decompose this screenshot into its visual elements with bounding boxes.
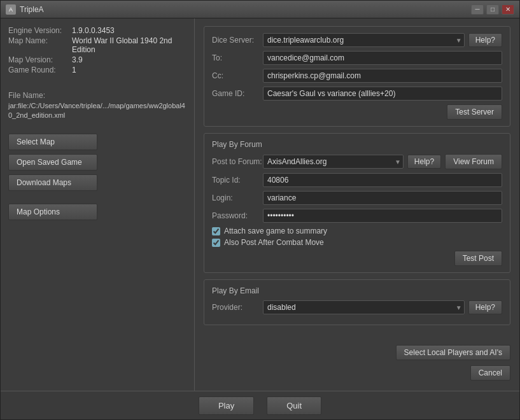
test-server-button[interactable]: Test Server bbox=[447, 104, 502, 120]
cc-label: Cc: bbox=[212, 71, 263, 80]
also-post-checkbox-row: Also Post After Combat Move bbox=[212, 238, 502, 247]
test-post-button[interactable]: Test Post bbox=[454, 251, 502, 266]
play-by-email-title: Play By Email bbox=[212, 286, 502, 295]
password-label: Password: bbox=[212, 211, 263, 220]
engine-version-value: 1.9.0.0.3453 bbox=[72, 26, 115, 35]
dice-server-row: Dice Server: dice.tripleawarclub.org ▼ H… bbox=[212, 33, 502, 47]
to-input[interactable] bbox=[263, 51, 502, 65]
footer: Play Quit bbox=[1, 391, 519, 419]
select-map-button[interactable]: Select Map bbox=[8, 134, 97, 150]
dice-server-label: Dice Server: bbox=[212, 36, 263, 45]
maximize-button[interactable]: □ bbox=[486, 4, 499, 15]
info-section: Engine Version: 1.9.0.0.3453 Map Name: W… bbox=[8, 26, 186, 76]
provider-select-container: disabled ▼ bbox=[263, 300, 465, 314]
provider-help-button[interactable]: Help? bbox=[468, 300, 502, 314]
post-to-forum-help-button[interactable]: Help? bbox=[407, 155, 441, 169]
provider-select-wrapper: disabled ▼ Help? bbox=[263, 300, 502, 314]
password-input[interactable] bbox=[263, 209, 502, 223]
provider-label: Provider: bbox=[212, 303, 263, 312]
view-forum-button[interactable]: View Forum bbox=[445, 154, 502, 169]
bottom-area: Select Local Players and AI's Cancel bbox=[204, 332, 510, 383]
quit-button[interactable]: Quit bbox=[267, 396, 321, 415]
map-options-button[interactable]: Map Options bbox=[8, 204, 97, 220]
attach-checkbox[interactable] bbox=[212, 227, 220, 235]
dice-server-help-button[interactable]: Help? bbox=[468, 33, 502, 47]
dice-server-select[interactable]: dice.tripleawarclub.org bbox=[263, 33, 465, 47]
dice-server-section: Dice Server: dice.tripleawarclub.org ▼ H… bbox=[204, 26, 510, 127]
topic-id-input[interactable] bbox=[263, 173, 502, 187]
attach-checkbox-row: Attach save game to summary bbox=[212, 227, 502, 235]
topic-id-label: Topic Id: bbox=[212, 176, 263, 185]
cancel-row: Cancel bbox=[204, 365, 510, 381]
game-round-value: 1 bbox=[72, 66, 76, 74]
engine-version-label: Engine Version: bbox=[8, 26, 72, 35]
provider-row: Provider: disabled ▼ Help? bbox=[212, 300, 502, 314]
provider-select[interactable]: disabled bbox=[263, 300, 465, 314]
title-bar: A TripleA ─ □ ✕ bbox=[1, 1, 519, 18]
game-id-input[interactable] bbox=[263, 87, 502, 101]
to-label: To: bbox=[212, 53, 263, 62]
map-version-value: 3.9 bbox=[72, 55, 83, 64]
engine-version-row: Engine Version: 1.9.0.0.3453 bbox=[8, 26, 186, 35]
right-panel: Dice Server: dice.tripleawarclub.org ▼ H… bbox=[195, 18, 519, 391]
app-icon: A bbox=[6, 4, 16, 15]
play-by-forum-title: Play By Forum bbox=[212, 140, 502, 149]
minimize-button[interactable]: ─ bbox=[471, 4, 484, 15]
window-title: TripleA bbox=[20, 5, 471, 14]
game-round-row: Game Round: 1 bbox=[8, 66, 186, 74]
topic-id-row: Topic Id: bbox=[212, 173, 502, 187]
main-window: A TripleA ─ □ ✕ Engine Version: 1.9.0.0.… bbox=[0, 0, 520, 420]
download-maps-button[interactable]: Download Maps bbox=[8, 174, 97, 191]
play-by-email-section: Play By Email Provider: disabled ▼ Help? bbox=[204, 279, 510, 325]
to-row: To: bbox=[212, 51, 502, 65]
post-to-forum-label: Post to Forum: bbox=[212, 157, 263, 166]
file-name-label: File Name: bbox=[8, 91, 186, 100]
post-to-forum-row: Post to Forum: AxisAndAllies.org ▼ Help?… bbox=[212, 154, 502, 169]
login-input[interactable] bbox=[263, 191, 502, 205]
post-to-forum-select[interactable]: AxisAndAllies.org bbox=[263, 155, 404, 169]
game-round-label: Game Round: bbox=[8, 66, 72, 74]
select-players-row: Select Local Players and AI's bbox=[204, 345, 510, 360]
login-label: Login: bbox=[212, 193, 263, 202]
map-version-row: Map Version: 3.9 bbox=[8, 55, 186, 64]
dice-server-select-wrapper: dice.tripleawarclub.org ▼ Help? bbox=[263, 33, 502, 47]
file-path-value: jar:file:/C:/Users/Vance/triplea/.../map… bbox=[8, 101, 186, 121]
also-post-label: Also Post After Combat Move bbox=[224, 238, 324, 247]
post-to-forum-select-container: AxisAndAllies.org ▼ bbox=[263, 155, 404, 169]
close-button[interactable]: ✕ bbox=[502, 4, 514, 15]
map-name-value: World War II Global 1940 2nd Edition bbox=[72, 36, 186, 54]
login-row: Login: bbox=[212, 191, 502, 205]
map-name-row: Map Name: World War II Global 1940 2nd E… bbox=[8, 36, 186, 54]
test-server-row: Test Server bbox=[212, 104, 502, 120]
attach-label: Attach save game to summary bbox=[224, 227, 327, 235]
main-content: Engine Version: 1.9.0.0.3453 Map Name: W… bbox=[1, 18, 519, 391]
select-players-button[interactable]: Select Local Players and AI's bbox=[396, 345, 510, 360]
game-id-row: Game ID: bbox=[212, 87, 502, 101]
cc-row: Cc: bbox=[212, 69, 502, 83]
file-section: File Name: jar:file:/C:/Users/Vance/trip… bbox=[8, 91, 186, 121]
password-row: Password: bbox=[212, 209, 502, 223]
play-button[interactable]: Play bbox=[199, 396, 254, 415]
button-section: Select Map Open Saved Game Download Maps… bbox=[8, 134, 186, 220]
window-controls: ─ □ ✕ bbox=[471, 4, 514, 15]
also-post-checkbox[interactable] bbox=[212, 239, 220, 247]
post-to-forum-select-wrapper: AxisAndAllies.org ▼ Help? View Forum bbox=[263, 154, 502, 169]
play-by-forum-section: Play By Forum Post to Forum: AxisAndAlli… bbox=[204, 133, 510, 273]
map-version-label: Map Version: bbox=[8, 55, 72, 64]
map-name-label: Map Name: bbox=[8, 36, 72, 54]
dice-server-select-container: dice.tripleawarclub.org ▼ bbox=[263, 33, 465, 47]
left-panel: Engine Version: 1.9.0.0.3453 Map Name: W… bbox=[1, 18, 195, 391]
cancel-button[interactable]: Cancel bbox=[470, 365, 510, 381]
open-saved-game-button[interactable]: Open Saved Game bbox=[8, 154, 97, 171]
forum-actions-row: Test Post bbox=[212, 251, 502, 266]
game-id-label: Game ID: bbox=[212, 89, 263, 98]
cc-input[interactable] bbox=[263, 69, 502, 83]
